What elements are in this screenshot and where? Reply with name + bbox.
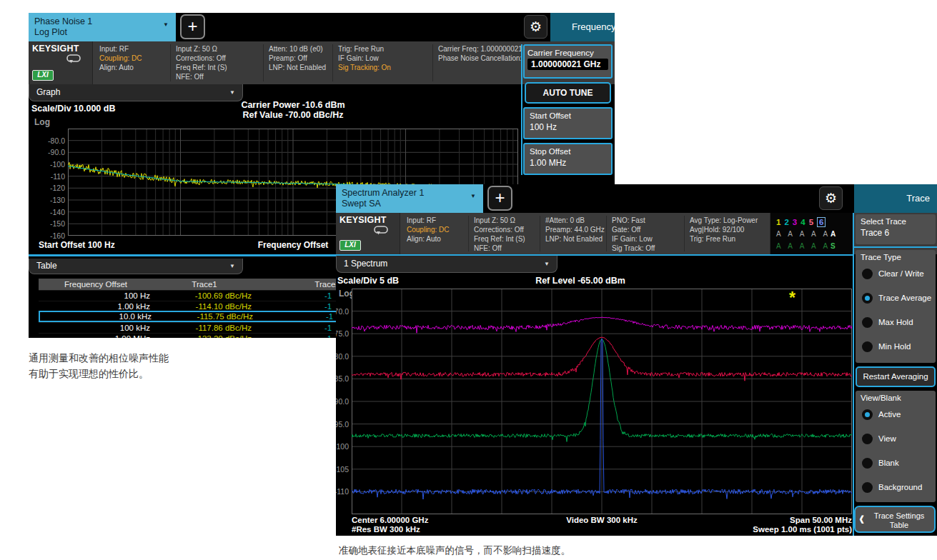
select-trace-field[interactable]: Select Trace Trace 6 — [856, 214, 936, 244]
meter-col-pno: PNO: FastGate: OffIF Gain: LowSig Track:… — [606, 216, 655, 251]
radio-active[interactable]: Active — [856, 402, 936, 426]
radio-icon — [862, 458, 873, 469]
trace-settings-table-button[interactable]: ‹ Trace Settings Table — [854, 506, 936, 533]
panel-divider — [521, 44, 522, 175]
trace-numbers: 123456 — [776, 215, 854, 228]
radio-selected-icon — [862, 293, 873, 304]
y-axis-tick: -100 — [32, 160, 65, 169]
add-tab-button[interactable]: + — [180, 14, 205, 39]
radio-trace-average[interactable]: Trace Average — [856, 286, 936, 310]
trace-type-group: Trace Type Clear / Write Trace Average M… — [856, 250, 936, 363]
log-axis-label: Log — [34, 117, 50, 127]
panel-divider — [853, 213, 854, 536]
add-tab-button[interactable]: + — [487, 186, 512, 211]
chevron-down-icon: ▼ — [229, 259, 235, 274]
chevron-down-icon: ▼ — [470, 191, 476, 201]
carrier-frequency-field[interactable]: Carrier Frequency 1.000000021 GHz — [523, 44, 613, 79]
panel-separator — [854, 246, 937, 248]
chevron-down-icon: ▼ — [544, 256, 550, 272]
tab-subtitle: Log Plot — [34, 27, 170, 38]
y-axis-tick: -70.0 — [336, 307, 349, 316]
chevron-down-icon: ▼ — [229, 85, 235, 101]
keysight-logo-block: KEYSIGHT LXI — [336, 213, 400, 254]
y-axis-tick: -100 — [336, 442, 349, 451]
menu-header-frequency: Frequency — [550, 13, 615, 41]
y-axis-tick: -90.0 — [336, 397, 349, 406]
carrier-power-readout: Carrier Power -10.6 dBm — [68, 100, 518, 110]
settings-gear-button[interactable]: ⚙ — [819, 186, 843, 210]
keysight-logo-block: KEYSIGHT LXI — [29, 41, 93, 84]
view-selector-table[interactable]: Table ▼ — [29, 259, 243, 274]
ref-value-readout: Ref Value -70.00 dBc/Hz — [68, 110, 518, 120]
view-selector-spectrum[interactable]: 1 Spectrum ▼ — [336, 256, 557, 273]
input-loop-icon — [66, 54, 81, 66]
chevron-left-icon: ‹ — [859, 506, 864, 531]
start-offset-field[interactable]: Start Offset 100 Hz — [523, 107, 613, 139]
scale-div-label: Scale/Div 10.000 dB — [31, 104, 115, 114]
lxi-badge: LXI — [32, 70, 54, 81]
select-trace-value: Trace 6 — [856, 226, 936, 238]
trace-detector-row: A A A A AS — [776, 240, 854, 252]
meter-bar: KEYSIGHT LXI Input: RFCoupling: DCAlign:… — [336, 213, 937, 254]
brand-logo: KEYSIGHT — [336, 213, 400, 225]
meter-col-input: Input: RFCoupling: DCAlign: Auto — [94, 44, 142, 81]
y-axis-tick: -95.0 — [336, 420, 349, 429]
meter-col-atten: Atten: 10 dB (e0)Preamp: OffLNP: Not Ena… — [263, 44, 326, 81]
view-selector-graph[interactable]: Graph ▼ — [29, 84, 243, 101]
settings-gear-button[interactable]: ⚙ — [524, 15, 547, 39]
tab-spectrum-analyzer[interactable]: Spectrum Analyzer 1 Swept SA ▼ — [336, 184, 483, 213]
meter-col-inputz: Input Z: 50 ΩCorrections: OffFreq Ref: I… — [468, 216, 525, 251]
carrier-frequency-value[interactable]: 1.000000021 GHz — [527, 59, 608, 70]
radio-clear-write[interactable]: Clear / Write — [856, 261, 936, 286]
meter-col-atten: #Atten: 0 dBPreamp: 44.0 GHzLNP: Not Ena… — [540, 216, 605, 251]
y-axis-tick: -150 — [32, 219, 65, 228]
restart-averaging-button[interactable]: Restart Averaging — [856, 366, 936, 387]
trace-type-label: Trace Type — [856, 250, 936, 261]
radio-icon — [862, 482, 873, 493]
brand-logo: KEYSIGHT — [29, 41, 92, 54]
meter-col-trig: Trig: Free RunIF Gain: LowSig Tracking: … — [332, 44, 391, 81]
radio-icon — [862, 341, 873, 352]
y-axis-tick: -80.0 — [32, 136, 65, 145]
caption-phase-noise: 通用测量和改善的相位噪声性能 有助于实现理想的性价比。 — [29, 350, 169, 381]
radio-blank[interactable]: Blank — [856, 451, 936, 475]
radio-icon — [862, 317, 873, 328]
span-footer: Span 50.00 MHz — [790, 516, 852, 524]
radio-background[interactable]: Background — [856, 475, 936, 499]
ref-level-readout: Ref Level -65.00 dBm — [352, 276, 809, 286]
trace-status-legend: 123456 A A A A AA A A A A AS — [770, 213, 854, 254]
caption-spectrum: 准确地表征接近本底噪声的信号，而不影响扫描速度。 — [339, 543, 570, 559]
meter-col-avg: Avg Type: Log-PowerAvg|Hold: 92/100Trig:… — [684, 216, 758, 251]
y-axis-tick: -110 — [336, 487, 349, 496]
stop-offset-value: 1.00 MHz — [525, 156, 611, 168]
y-axis-tick: -105 — [336, 465, 349, 474]
meter-col-inputz: Input Z: 50 ΩCorrections: OffFreq Ref: I… — [170, 44, 227, 81]
stop-offset-field[interactable]: Stop Offset 1.00 MHz — [523, 143, 613, 175]
radio-view[interactable]: View — [856, 426, 936, 451]
spectrum-analyzer-window: Spectrum Analyzer 1 Swept SA ▼ + ⚙ Trace… — [336, 184, 937, 536]
y-axis-tick: -85.0 — [336, 374, 349, 383]
chevron-down-icon: ▼ — [163, 19, 169, 30]
video-bw-footer: Video BW 300 kHz — [352, 516, 852, 524]
tab-subtitle: Swept SA — [342, 199, 477, 209]
view-blank-label: View/Blank — [856, 391, 936, 402]
radio-icon — [862, 269, 873, 279]
y-axis-tick: -140 — [32, 208, 65, 216]
res-bw-footer: #Res BW 300 kHz — [352, 525, 420, 534]
y-axis-tick: -80.0 — [336, 352, 349, 361]
radio-selected-icon — [862, 409, 873, 420]
auto-tune-button[interactable]: AUTO TUNE — [525, 82, 611, 104]
y-axis-tick: -120 — [32, 184, 65, 192]
view-blank-group: View/Blank Active View Blank Background — [856, 391, 936, 502]
radio-min-hold[interactable]: Min Hold — [856, 334, 936, 359]
sweep-footer: Sweep 1.00 ms (1001 pts) — [753, 525, 852, 534]
radio-max-hold[interactable]: Max Hold — [856, 310, 936, 334]
start-offset-value: 100 Hz — [525, 120, 611, 132]
menu-header-trace: Trace — [854, 184, 937, 213]
y-axis-tick: -130 — [32, 196, 65, 204]
spectrum-plot[interactable]: -70.0-75.0-80.0-85.0-90.0-95.0-100-105-1… — [352, 289, 852, 514]
tab-title: Spectrum Analyzer 1 — [342, 188, 477, 199]
tab-phase-noise[interactable]: Phase Noise 1 Log Plot ▼ — [29, 13, 176, 41]
radio-icon — [862, 434, 873, 444]
input-loop-icon — [374, 225, 388, 238]
